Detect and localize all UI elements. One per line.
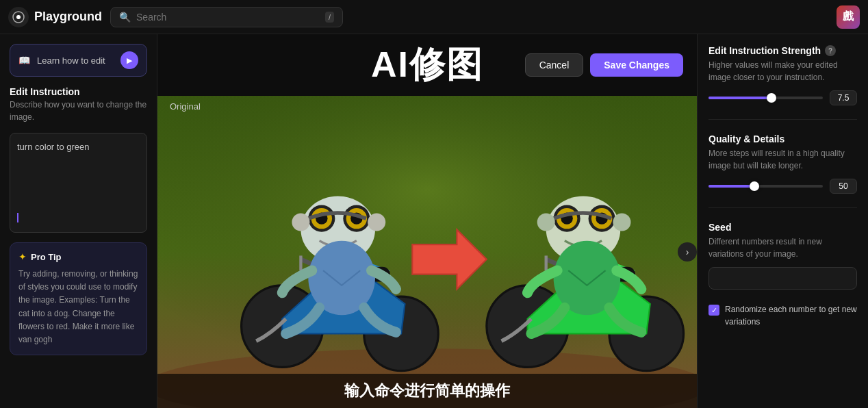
svg-point-38 <box>613 214 630 231</box>
brand-logo <box>8 7 29 27</box>
page-title: AI修图 <box>371 41 483 89</box>
svg-point-19 <box>292 214 309 231</box>
bottom-overlay: 输入命令进行简单的操作 <box>157 374 697 408</box>
cancel-button[interactable]: Cancel <box>525 53 584 77</box>
quality-slider-fill <box>709 185 754 188</box>
brand: Playground <box>8 7 102 27</box>
star-icon: ✦ <box>18 251 27 262</box>
text-cursor <box>17 213 18 222</box>
strength-slider-row: 7.5 <box>709 90 857 105</box>
learn-how-to-edit-button[interactable]: 📖 Learn how to edit ▶ <box>10 44 147 77</box>
left-sidebar: 📖 Learn how to edit ▶ Edit Instruction D… <box>0 34 157 408</box>
search-icon: 🔍 <box>119 12 131 23</box>
strength-slider-track[interactable] <box>709 97 823 99</box>
topnav: Playground 🔍 / 戲 <box>0 0 868 34</box>
strength-desc: Higher values will make your edited imag… <box>709 59 857 84</box>
divider-2 <box>709 207 857 208</box>
randomize-checkbox[interactable]: ✓ <box>709 305 719 316</box>
strength-slider-thumb[interactable] <box>767 93 776 103</box>
quality-section: Quality & Details More steps will result… <box>709 133 857 194</box>
image-area: Original › <box>157 96 697 408</box>
divider-1 <box>709 119 857 120</box>
quality-slider-value: 50 <box>830 179 857 194</box>
header-actions: Cancel Save Changes <box>525 53 683 77</box>
scene-svg <box>157 96 697 408</box>
pro-tip-box: ✦ Pro Tip Try adding, removing, or think… <box>10 242 147 355</box>
instruction-area[interactable]: turn color to green <box>10 133 147 233</box>
instruction-text: turn color to green <box>17 142 90 152</box>
strength-section: Edit Instruction Strength ? Higher value… <box>709 45 857 105</box>
image-canvas: 输入命令进行简单的操作 <box>157 96 697 408</box>
pro-tip-text: Try adding, removing, or thinking of sty… <box>18 268 138 346</box>
randomize-label: Randomize each number to get new variati… <box>725 303 857 328</box>
svg-point-1 <box>16 15 21 19</box>
kbd-slash: / <box>325 12 334 23</box>
pro-tip-label: Pro Tip <box>31 252 62 262</box>
quality-slider-row: 50 <box>709 179 857 194</box>
center-header: AI修图 Cancel Save Changes <box>157 34 697 96</box>
brand-name: Playground <box>34 10 102 24</box>
edit-instruction-title: Edit Instruction <box>10 86 147 97</box>
scroll-right-button[interactable]: › <box>678 242 697 262</box>
randomize-row: ✓ Randomize each number to get new varia… <box>709 303 857 328</box>
main-layout: 📖 Learn how to edit ▶ Edit Instruction D… <box>0 34 868 408</box>
original-label: Original <box>170 101 201 112</box>
quality-desc: More steps will result in a high quality… <box>709 147 857 172</box>
center-content: AI修图 Cancel Save Changes Original › <box>157 34 697 408</box>
play-icon[interactable]: ▶ <box>120 51 138 69</box>
quality-slider-thumb[interactable] <box>750 181 759 191</box>
seed-input[interactable] <box>709 267 857 290</box>
search-bar[interactable]: 🔍 / <box>110 7 343 27</box>
edit-instruction-section: Edit Instruction Describe how you want t… <box>10 86 147 123</box>
user-avatar[interactable]: 戲 <box>837 5 860 29</box>
strength-slider-fill <box>709 97 771 99</box>
search-input[interactable] <box>136 12 320 23</box>
bottom-overlay-text: 输入命令进行简单的操作 <box>344 382 510 399</box>
quality-slider-track[interactable] <box>709 185 823 188</box>
seed-title: Seed <box>709 222 857 233</box>
seed-desc: Different numbers result in new variatio… <box>709 235 857 260</box>
svg-point-20 <box>368 214 385 231</box>
pro-tip-header: ✦ Pro Tip <box>18 251 138 262</box>
strength-slider-value: 7.5 <box>830 90 857 105</box>
learn-btn-label: Learn how to edit <box>37 55 114 66</box>
seed-section: Seed Different numbers result in new var… <box>709 222 857 290</box>
right-sidebar: Edit Instruction Strength ? Higher value… <box>697 34 868 408</box>
edit-instruction-desc: Describe how you want to change the imag… <box>10 99 147 123</box>
check-icon: ✓ <box>711 306 717 315</box>
quality-title: Quality & Details <box>709 133 857 144</box>
save-changes-button[interactable]: Save Changes <box>590 53 683 77</box>
strength-info-icon[interactable]: ? <box>825 45 836 56</box>
svg-point-37 <box>537 214 555 231</box>
book-icon: 📖 <box>18 55 30 66</box>
strength-title: Edit Instruction Strength ? <box>709 45 857 56</box>
